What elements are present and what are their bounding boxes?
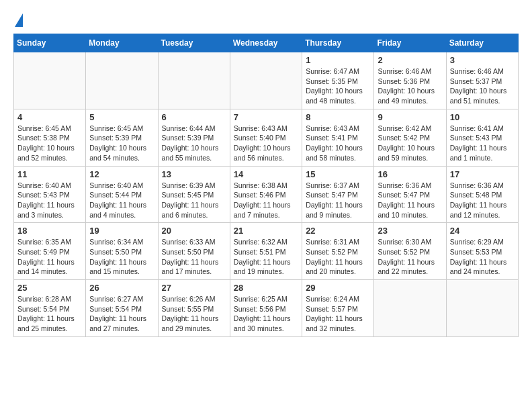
day-number: 24 [450, 226, 515, 236]
calendar-cell: 19Sunrise: 6:34 AM Sunset: 5:50 PM Dayli… [86, 223, 158, 280]
day-info: Sunrise: 6:41 AM Sunset: 5:43 PM Dayligh… [450, 124, 515, 163]
calendar-cell: 21Sunrise: 6:32 AM Sunset: 5:51 PM Dayli… [230, 223, 302, 280]
day-number: 25 [17, 283, 82, 293]
day-info: Sunrise: 6:31 AM Sunset: 5:52 PM Dayligh… [306, 237, 370, 277]
day-number: 9 [378, 112, 442, 122]
day-info: Sunrise: 6:28 AM Sunset: 5:54 PM Dayligh… [17, 294, 82, 334]
page-header [13, 13, 519, 27]
calendar-cell: 25Sunrise: 6:28 AM Sunset: 5:54 PM Dayli… [14, 280, 86, 337]
calendar-cell: 1Sunrise: 6:47 AM Sunset: 5:35 PM Daylig… [302, 52, 374, 109]
calendar-cell [374, 280, 446, 337]
calendar-cell: 9Sunrise: 6:42 AM Sunset: 5:42 PM Daylig… [374, 109, 446, 166]
weekday-header-row: SundayMondayTuesdayWednesdayThursdayFrid… [14, 34, 519, 52]
calendar-cell: 6Sunrise: 6:44 AM Sunset: 5:39 PM Daylig… [158, 109, 230, 166]
day-info: Sunrise: 6:29 AM Sunset: 5:53 PM Dayligh… [450, 237, 515, 277]
day-number: 16 [378, 169, 442, 179]
day-number: 21 [234, 226, 298, 236]
day-number: 4 [17, 112, 82, 122]
day-number: 19 [89, 226, 154, 236]
calendar-cell: 22Sunrise: 6:31 AM Sunset: 5:52 PM Dayli… [302, 223, 374, 280]
calendar-cell: 28Sunrise: 6:25 AM Sunset: 5:56 PM Dayli… [230, 280, 302, 337]
day-number: 14 [234, 169, 298, 179]
calendar-cell: 4Sunrise: 6:45 AM Sunset: 5:38 PM Daylig… [14, 109, 86, 166]
day-number: 22 [306, 226, 370, 236]
calendar-cell: 17Sunrise: 6:36 AM Sunset: 5:48 PM Dayli… [446, 166, 518, 223]
day-number: 2 [378, 55, 442, 65]
day-info: Sunrise: 6:35 AM Sunset: 5:49 PM Dayligh… [17, 237, 82, 277]
day-number: 7 [234, 112, 298, 122]
calendar-cell: 16Sunrise: 6:36 AM Sunset: 5:47 PM Dayli… [374, 166, 446, 223]
logo [13, 13, 23, 27]
day-info: Sunrise: 6:43 AM Sunset: 5:41 PM Dayligh… [306, 124, 370, 163]
day-number: 10 [450, 112, 515, 122]
calendar-cell: 18Sunrise: 6:35 AM Sunset: 5:49 PM Dayli… [14, 223, 86, 280]
calendar-cell: 8Sunrise: 6:43 AM Sunset: 5:41 PM Daylig… [302, 109, 374, 166]
day-number: 11 [17, 169, 82, 179]
calendar-week-row: 25Sunrise: 6:28 AM Sunset: 5:54 PM Dayli… [14, 280, 519, 337]
calendar-cell [158, 52, 230, 109]
day-number: 1 [306, 55, 370, 65]
calendar-cell: 12Sunrise: 6:40 AM Sunset: 5:44 PM Dayli… [86, 166, 158, 223]
day-number: 26 [89, 283, 154, 293]
calendar-cell [14, 52, 86, 109]
day-info: Sunrise: 6:38 AM Sunset: 5:46 PM Dayligh… [234, 181, 298, 220]
day-number: 18 [17, 226, 82, 236]
day-info: Sunrise: 6:43 AM Sunset: 5:40 PM Dayligh… [234, 124, 298, 163]
day-info: Sunrise: 6:46 AM Sunset: 5:36 PM Dayligh… [378, 66, 442, 106]
calendar-cell: 24Sunrise: 6:29 AM Sunset: 5:53 PM Dayli… [446, 223, 518, 280]
calendar-table: SundayMondayTuesdayWednesdayThursdayFrid… [13, 34, 519, 337]
day-number: 6 [162, 112, 226, 122]
day-info: Sunrise: 6:32 AM Sunset: 5:51 PM Dayligh… [234, 237, 298, 277]
day-info: Sunrise: 6:40 AM Sunset: 5:43 PM Dayligh… [17, 181, 82, 220]
day-number: 20 [162, 226, 226, 236]
day-info: Sunrise: 6:44 AM Sunset: 5:39 PM Dayligh… [162, 124, 226, 163]
calendar-cell: 3Sunrise: 6:46 AM Sunset: 5:37 PM Daylig… [446, 52, 518, 109]
day-number: 13 [162, 169, 226, 179]
weekday-header-sunday: Sunday [14, 34, 86, 52]
calendar-week-row: 11Sunrise: 6:40 AM Sunset: 5:43 PM Dayli… [14, 166, 519, 223]
weekday-header-wednesday: Wednesday [230, 34, 302, 52]
calendar-cell: 14Sunrise: 6:38 AM Sunset: 5:46 PM Dayli… [230, 166, 302, 223]
calendar-cell: 15Sunrise: 6:37 AM Sunset: 5:47 PM Dayli… [302, 166, 374, 223]
calendar-cell: 5Sunrise: 6:45 AM Sunset: 5:39 PM Daylig… [86, 109, 158, 166]
calendar-week-row: 1Sunrise: 6:47 AM Sunset: 5:35 PM Daylig… [14, 52, 519, 109]
calendar-cell: 7Sunrise: 6:43 AM Sunset: 5:40 PM Daylig… [230, 109, 302, 166]
day-info: Sunrise: 6:25 AM Sunset: 5:56 PM Dayligh… [234, 294, 298, 334]
day-info: Sunrise: 6:27 AM Sunset: 5:54 PM Dayligh… [89, 294, 154, 334]
day-info: Sunrise: 6:36 AM Sunset: 5:48 PM Dayligh… [450, 181, 515, 220]
day-info: Sunrise: 6:33 AM Sunset: 5:50 PM Dayligh… [162, 237, 226, 277]
day-info: Sunrise: 6:42 AM Sunset: 5:42 PM Dayligh… [378, 124, 442, 163]
logo-icon [15, 13, 23, 27]
calendar-cell: 20Sunrise: 6:33 AM Sunset: 5:50 PM Dayli… [158, 223, 230, 280]
calendar-cell: 23Sunrise: 6:30 AM Sunset: 5:52 PM Dayli… [374, 223, 446, 280]
day-info: Sunrise: 6:45 AM Sunset: 5:38 PM Dayligh… [17, 124, 82, 163]
calendar-week-row: 18Sunrise: 6:35 AM Sunset: 5:49 PM Dayli… [14, 223, 519, 280]
day-number: 29 [306, 283, 370, 293]
day-info: Sunrise: 6:39 AM Sunset: 5:45 PM Dayligh… [162, 181, 226, 220]
day-number: 17 [450, 169, 515, 179]
day-number: 15 [306, 169, 370, 179]
weekday-header-saturday: Saturday [446, 34, 518, 52]
day-number: 5 [89, 112, 154, 122]
day-info: Sunrise: 6:37 AM Sunset: 5:47 PM Dayligh… [306, 181, 370, 220]
calendar-cell: 10Sunrise: 6:41 AM Sunset: 5:43 PM Dayli… [446, 109, 518, 166]
calendar-cell: 11Sunrise: 6:40 AM Sunset: 5:43 PM Dayli… [14, 166, 86, 223]
day-number: 23 [378, 226, 442, 236]
day-info: Sunrise: 6:47 AM Sunset: 5:35 PM Dayligh… [306, 66, 370, 106]
calendar-week-row: 4Sunrise: 6:45 AM Sunset: 5:38 PM Daylig… [14, 109, 519, 166]
calendar-cell: 29Sunrise: 6:24 AM Sunset: 5:57 PM Dayli… [302, 280, 374, 337]
calendar-cell: 26Sunrise: 6:27 AM Sunset: 5:54 PM Dayli… [86, 280, 158, 337]
day-info: Sunrise: 6:46 AM Sunset: 5:37 PM Dayligh… [450, 66, 515, 106]
calendar-cell [230, 52, 302, 109]
day-info: Sunrise: 6:40 AM Sunset: 5:44 PM Dayligh… [89, 181, 154, 220]
day-number: 27 [162, 283, 226, 293]
calendar-cell: 27Sunrise: 6:26 AM Sunset: 5:55 PM Dayli… [158, 280, 230, 337]
day-number: 3 [450, 55, 515, 65]
calendar-cell: 2Sunrise: 6:46 AM Sunset: 5:36 PM Daylig… [374, 52, 446, 109]
day-number: 8 [306, 112, 370, 122]
day-info: Sunrise: 6:24 AM Sunset: 5:57 PM Dayligh… [306, 294, 370, 334]
weekday-header-tuesday: Tuesday [158, 34, 230, 52]
day-info: Sunrise: 6:36 AM Sunset: 5:47 PM Dayligh… [378, 181, 442, 220]
calendar-cell: 13Sunrise: 6:39 AM Sunset: 5:45 PM Dayli… [158, 166, 230, 223]
weekday-header-friday: Friday [374, 34, 446, 52]
